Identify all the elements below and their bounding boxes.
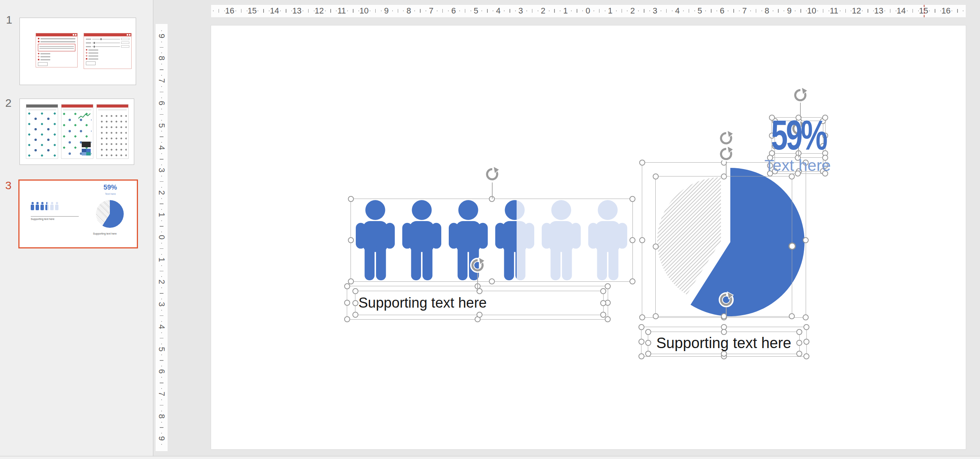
- selection-handle[interactable]: [344, 283, 350, 289]
- caption-right-textbox[interactable]: Supporting text here: [648, 332, 800, 354]
- rotate-icon[interactable]: [718, 145, 735, 162]
- selection-handle[interactable]: [789, 313, 795, 319]
- ruler-label: 0: [585, 6, 590, 16]
- ruler-tick: [160, 114, 164, 115]
- rotate-icon[interactable]: [792, 86, 809, 103]
- ruler-tick: [733, 9, 734, 13]
- ruler-tick: [161, 232, 162, 232]
- ruler-tick: [247, 11, 247, 11]
- horizontal-ruler[interactable]: 1615141312111098765432101234567891011121…: [211, 5, 966, 17]
- selection-handle[interactable]: [803, 237, 809, 243]
- ruler-tick: [235, 11, 236, 11]
- rotate-icon[interactable]: [469, 256, 486, 273]
- ruler-tick: [800, 9, 801, 13]
- ruler-tick: [161, 41, 162, 42]
- ruler-label: 10: [807, 6, 816, 16]
- selection-handle[interactable]: [653, 313, 659, 319]
- ruler-tick: [817, 11, 818, 11]
- selection-handle[interactable]: [803, 324, 810, 330]
- ruler-tick: [532, 9, 533, 13]
- ruler-tick: [823, 9, 824, 13]
- rotate-icon[interactable]: [484, 165, 501, 183]
- ruler-tick: [160, 293, 164, 294]
- ruler-tick: [258, 11, 258, 11]
- selection-handle[interactable]: [348, 237, 354, 243]
- ruler-tick: [161, 243, 162, 243]
- selection-handle[interactable]: [344, 316, 350, 322]
- percent-textbox[interactable]: 59%: [772, 115, 826, 154]
- ruler-tick: [806, 11, 807, 11]
- ruler-tick: [913, 9, 913, 13]
- selection-handle[interactable]: [639, 314, 645, 320]
- selection-handle[interactable]: [653, 243, 659, 249]
- ruler-label: 3: [653, 6, 657, 16]
- selection-handle[interactable]: [803, 339, 810, 345]
- rotate-stem: [477, 272, 478, 291]
- ruler-tick: [161, 97, 162, 98]
- selection-handle[interactable]: [653, 173, 659, 179]
- ruler-tick: [862, 11, 863, 11]
- selection-handle[interactable]: [639, 237, 645, 243]
- ruler-tick: [750, 11, 751, 11]
- ruler-tick: [885, 11, 885, 11]
- selection-handle[interactable]: [638, 324, 644, 330]
- selection-handle[interactable]: [630, 237, 635, 243]
- ruler-tick: [694, 11, 695, 11]
- ruler-label: 8: [406, 6, 411, 16]
- ruler-tick: [644, 9, 644, 13]
- ruler-tick: [582, 11, 583, 11]
- ruler-tick: [308, 9, 309, 13]
- thumbnail-dialog: [84, 33, 132, 69]
- ruler-label: 2: [630, 6, 635, 16]
- ruler-tick: [160, 271, 164, 272]
- slide-thumbnail-2[interactable]: [19, 98, 134, 165]
- selection-handle[interactable]: [638, 339, 644, 345]
- ruler-tick: [935, 9, 935, 13]
- ruler-label: 2: [157, 190, 167, 194]
- ruler-tick: [599, 9, 600, 13]
- selection-handle[interactable]: [605, 316, 611, 322]
- ruler-label: 4: [675, 6, 680, 16]
- ruler-label: 1: [157, 257, 167, 262]
- ruler-tick: [622, 9, 622, 13]
- thumbnail-line-chart: [78, 113, 91, 119]
- rotate-icon[interactable]: [718, 291, 735, 308]
- selection-handle[interactable]: [348, 196, 354, 202]
- ruler-tick: [375, 9, 376, 13]
- selection-handle[interactable]: [788, 242, 796, 250]
- selection-handle[interactable]: [630, 196, 635, 202]
- ruler-label: 8: [157, 414, 167, 418]
- selection-handle[interactable]: [344, 300, 350, 306]
- vertical-ruler[interactable]: 9876543210123456789: [156, 24, 168, 451]
- thumbnail-card: [26, 104, 58, 159]
- ruler-tick: [711, 9, 711, 13]
- slide-thumbnail-1[interactable]: [19, 17, 136, 85]
- selection-handle[interactable]: [630, 278, 635, 284]
- ruler-tick: [845, 9, 846, 13]
- ruler-tick: [161, 344, 162, 344]
- ruler-label: 5: [474, 6, 478, 16]
- ruler-label: 7: [157, 78, 167, 83]
- rotate-stem: [726, 307, 727, 317]
- sublabel-textbox[interactable]: Text here: [770, 157, 826, 174]
- ruler-tick: [161, 411, 162, 411]
- ruler-tick: [314, 11, 315, 11]
- selection-handle[interactable]: [638, 353, 644, 359]
- ruler-tick: [527, 11, 527, 11]
- ruler-tick: [347, 11, 348, 11]
- selection-handle[interactable]: [605, 283, 611, 289]
- slide-thumbnail-3[interactable]: Supporting text here 59% Text here Suppo…: [18, 179, 138, 248]
- ruler-tick: [538, 11, 538, 11]
- ruler-position-guide: [924, 5, 924, 17]
- selection-handle[interactable]: [803, 314, 809, 320]
- rotate-icon[interactable]: [718, 129, 735, 146]
- ruler-label: 6: [157, 369, 167, 373]
- selection-handle[interactable]: [489, 278, 495, 284]
- ruler-label: 5: [157, 346, 167, 351]
- selection-handle[interactable]: [803, 353, 810, 359]
- caption-left-textbox[interactable]: Supporting text here: [355, 291, 604, 315]
- selection-handle[interactable]: [639, 160, 645, 166]
- ruler-tick: [627, 11, 628, 11]
- ruler-label: 7: [429, 6, 433, 16]
- ruler-label: 11: [830, 6, 838, 16]
